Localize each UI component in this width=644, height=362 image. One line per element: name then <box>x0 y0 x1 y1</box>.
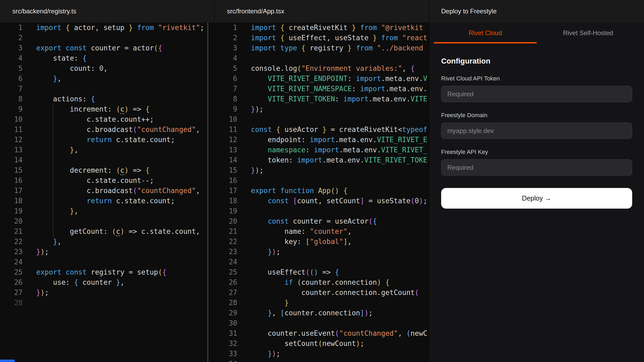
code-token: c.broadcast <box>36 187 133 195</box>
code-editor-registry[interactable]: 1import { actor, setup } from "rivetkit"… <box>0 23 214 308</box>
code-token: token: <box>251 156 297 164</box>
code-token: counter.connection <box>284 309 360 317</box>
editor-panel-registry[interactable]: src/backend/registry.ts 1import { actor,… <box>0 0 215 362</box>
freestyle-api-key-label: Freestyle API Key <box>441 149 632 156</box>
code-token: .meta.env. <box>335 136 377 144</box>
code-token: type <box>280 44 297 52</box>
code-token <box>276 34 280 42</box>
code-token: actions: <box>36 95 91 103</box>
deploy-button[interactable]: Deploy → <box>441 188 632 209</box>
code-token <box>154 24 158 32</box>
code-token: "countChanged" <box>137 125 196 134</box>
code-token: "counter" <box>310 227 347 235</box>
code-line: 25 useEffect(() => { <box>215 267 429 277</box>
line-number: 24 <box>215 257 237 267</box>
line-number: 4 <box>215 53 237 63</box>
code-line: 18 return c.state.count; <box>0 196 214 206</box>
code-line: 2import { useEffect, useState } from "re… <box>215 33 429 43</box>
code-token: } <box>268 309 272 317</box>
file-header-registry: src/backend/registry.ts <box>0 0 214 23</box>
code-token: .meta.env. <box>339 146 381 154</box>
code-token: getCount: <box>36 227 112 235</box>
code-line: 11 c.broadcast("countChanged", <box>0 124 214 135</box>
code-token: ( <box>331 187 335 195</box>
code-token <box>61 24 66 32</box>
tab-rivet-cloud[interactable]: Rivet Cloud <box>434 23 537 43</box>
code-token: console.log <box>251 64 297 72</box>
code-line: 2 <box>0 33 214 43</box>
deploy-header: Deploy to Freestyle <box>429 0 644 23</box>
code-token: counter.connection <box>301 278 377 286</box>
code-token: => c.state.count, <box>125 227 200 235</box>
code-token: state: <box>36 54 82 62</box>
code-token: count: <box>36 64 99 72</box>
code-token: { <box>373 217 377 225</box>
code-token: VITE_RIVET_E <box>377 136 427 144</box>
code-token: , <box>74 207 78 215</box>
code-line: 8 actions: { <box>0 94 214 104</box>
code-token: .meta.env. <box>381 75 423 83</box>
code-token: .meta.env. <box>322 156 364 164</box>
code-token: .meta.env. <box>385 85 427 93</box>
code-token <box>381 278 385 286</box>
line-number: 27 <box>0 287 23 298</box>
code-line: 21 getCount: (c) => c.state.count, <box>0 226 214 237</box>
line-number: 19 <box>215 206 237 216</box>
line-number: 20 <box>0 216 23 226</box>
line-number: 1 <box>0 23 23 33</box>
code-line: 4 <box>215 53 429 63</box>
code-token: key: <box>251 238 306 246</box>
editor-panel-app[interactable]: src/frontend/App.tsx 1import { createRiv… <box>215 0 429 362</box>
line-number: 13 <box>0 145 23 155</box>
code-token: [ <box>280 309 285 317</box>
code-editor-app[interactable]: 1import { createRivetKit } from "@rivetk… <box>215 23 429 362</box>
code-token: : <box>347 75 356 83</box>
code-token: ) <box>41 289 45 297</box>
code-token: const <box>66 44 87 52</box>
code-line: 33 }); <box>215 349 429 359</box>
code-token <box>133 24 137 32</box>
scrollbar[interactable] <box>207 23 208 362</box>
code-line: 9}); <box>215 104 429 114</box>
code-token: } <box>347 44 352 52</box>
code-token: [ <box>306 238 310 246</box>
code-token: ] <box>343 238 347 246</box>
code-token: c.state.count; <box>112 197 175 205</box>
code-token: , <box>402 64 411 72</box>
code-token: ( <box>133 125 137 134</box>
code-token: VITE_RIVET_NAMESPACE <box>268 85 352 93</box>
code-token: , <box>347 238 352 246</box>
code-token: ) <box>314 268 318 276</box>
code-token: { <box>335 268 339 276</box>
code-line: 23 }); <box>215 247 429 257</box>
code-token: import <box>314 146 339 154</box>
line-number: 21 <box>0 226 23 237</box>
code-token: ) <box>255 105 259 113</box>
deploy-form: Configuration Rivet Cloud API Token Free… <box>429 57 644 209</box>
code-token: counter.useEvent <box>251 329 335 337</box>
line-number: 23 <box>0 247 23 257</box>
code-line: 12 endpoint: import.meta.env.VITE_RIVET_… <box>215 135 429 145</box>
code-token <box>276 44 280 52</box>
tab-rivet-self-hosted[interactable]: Rivet Self-Hosted <box>537 23 639 43</box>
code-line: 8 VITE_RIVET_TOKEN: import.meta.env.VITE <box>215 94 429 104</box>
line-number: 17 <box>0 186 23 196</box>
code-line: 25export const registry = setup({ <box>0 267 214 277</box>
freestyle-domain-input[interactable] <box>441 123 632 139</box>
freestyle-api-key-input[interactable] <box>441 159 632 176</box>
line-number: 14 <box>215 155 237 165</box>
indent-guide <box>53 104 53 237</box>
code-token: } <box>251 166 255 174</box>
code-line: 28 } <box>215 298 429 308</box>
code-line: 16 <box>215 175 429 186</box>
code-token: ; <box>200 24 204 32</box>
code-line: 4 state: { <box>0 53 214 63</box>
code-token: ; <box>45 289 49 297</box>
code-token <box>36 75 53 83</box>
code-token: } <box>373 34 377 42</box>
code-line: 12 return c.state.count; <box>0 135 214 145</box>
code-token: import <box>310 136 335 144</box>
rivet-cloud-api-token-input[interactable] <box>441 86 632 102</box>
code-token: ) <box>120 227 125 235</box>
line-number: 6 <box>0 73 23 84</box>
